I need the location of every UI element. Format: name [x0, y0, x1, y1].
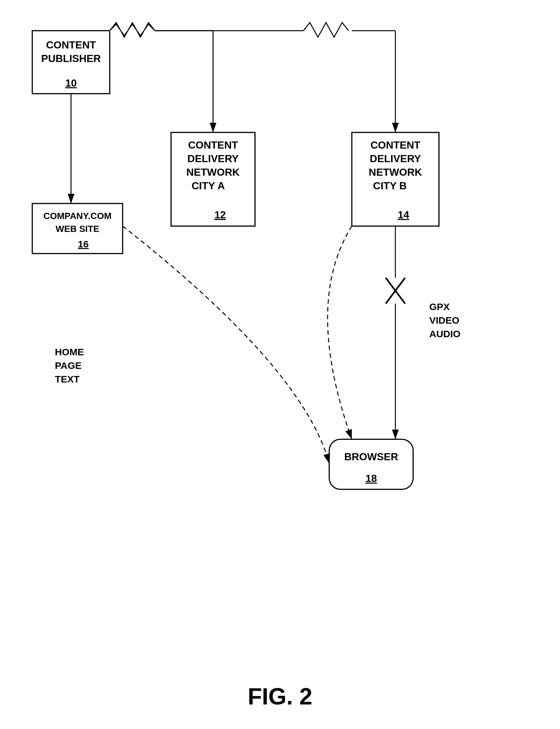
browser-label: BROWSER: [344, 451, 398, 463]
cdn-city-b-label1: CONTENT: [371, 139, 421, 151]
home-page-text-label1: HOME: [55, 346, 84, 357]
company-website-label2: WEB SITE: [56, 224, 99, 234]
home-page-text-label2: PAGE: [55, 360, 82, 371]
zigzag-pub-cdna: [110, 24, 155, 36]
cdn-city-a-label1: CONTENT: [188, 139, 238, 151]
content-publisher-label: CONTENT: [46, 39, 96, 51]
cdn-city-b-label4: CITY B: [373, 180, 407, 191]
cdn-city-b-ref: 14: [398, 209, 409, 221]
gpx-video-audio-label1: GPX: [429, 301, 450, 312]
cdn-city-b-label2: DELIVERY: [370, 153, 421, 164]
publisher-to-cdn-a-line: [110, 31, 213, 132]
cdn-city-a-label2: DELIVERY: [188, 153, 239, 164]
diagram-container: CONTENT PUBLISHER 10 CONTENT DELIVERY NE…: [13, 13, 547, 652]
home-page-text-label3: TEXT: [55, 374, 80, 385]
cdn-city-a-ref: 12: [214, 209, 226, 221]
cdn-city-a-label3: NETWORK: [186, 166, 239, 178]
gpx-video-audio-label3: AUDIO: [429, 328, 461, 339]
cdn-city-b-label3: NETWORK: [369, 166, 422, 178]
browser-ref: 18: [365, 473, 377, 484]
content-publisher-ref: 10: [65, 77, 77, 89]
cdn-city-a-label4: CITY A: [191, 180, 225, 191]
gpx-video-audio-label2: VIDEO: [429, 315, 459, 325]
website-to-browser-dashed: [123, 226, 329, 464]
zigzag-pub-cdnb: [303, 23, 349, 37]
figure-label: FIG. 2: [248, 683, 312, 710]
company-website-ref: 16: [78, 239, 88, 249]
cdn-b-to-browser-dashed: [328, 226, 352, 439]
content-publisher-label2: PUBLISHER: [41, 53, 101, 64]
company-website-label1: COMPANY.COM: [43, 211, 111, 221]
